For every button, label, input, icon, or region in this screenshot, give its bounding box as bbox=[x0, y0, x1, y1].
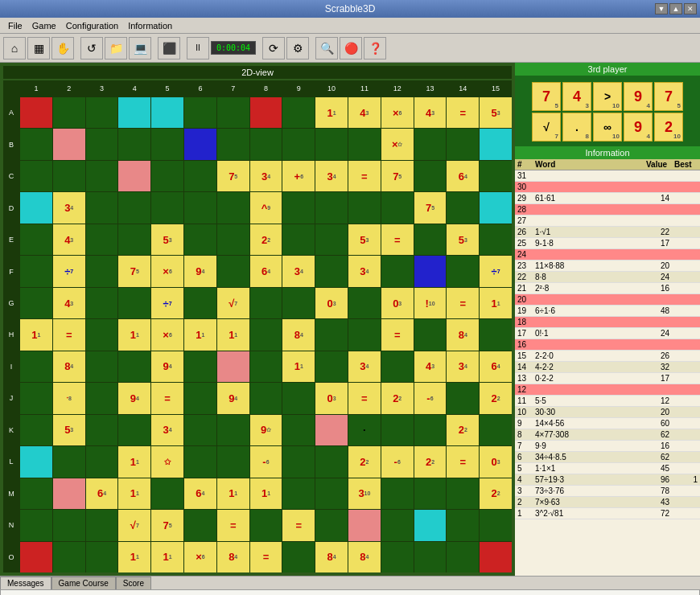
cell-N14[interactable] bbox=[447, 510, 479, 540]
cell-C13[interactable] bbox=[414, 161, 447, 191]
cell-A2[interactable] bbox=[53, 97, 85, 128]
cell-F12[interactable] bbox=[381, 256, 414, 286]
table-row[interactable]: 17 0!·1 24 bbox=[515, 328, 700, 339]
cell-C1[interactable] bbox=[20, 161, 52, 191]
player-tile-4[interactable]: 75 bbox=[654, 82, 683, 111]
cell-D3[interactable] bbox=[86, 192, 118, 223]
cell-K14[interactable]: 22 bbox=[447, 415, 479, 445]
table-row[interactable]: 16 bbox=[515, 339, 700, 351]
cell-H4[interactable]: 11 bbox=[118, 319, 150, 350]
cell-E3[interactable] bbox=[86, 224, 118, 255]
cell-B8[interactable] bbox=[250, 129, 282, 159]
cell-G6[interactable] bbox=[184, 288, 216, 318]
menu-file[interactable]: File bbox=[3, 19, 27, 32]
info-table[interactable]: # Word Value Best 31 30 29 61·61 14 28 bbox=[515, 159, 700, 576]
cell-E6[interactable] bbox=[184, 224, 216, 255]
cell-J15[interactable]: 22 bbox=[480, 383, 512, 413]
cell-B4[interactable] bbox=[118, 129, 150, 159]
cell-L3[interactable] bbox=[86, 446, 118, 477]
cell-M11[interactable]: 310 bbox=[348, 478, 381, 509]
cell-D14[interactable] bbox=[447, 192, 479, 223]
cell-C12[interactable]: 75 bbox=[381, 161, 414, 191]
cell-M1[interactable] bbox=[20, 478, 52, 509]
cell-B13[interactable] bbox=[414, 129, 447, 159]
cell-A3[interactable] bbox=[86, 97, 118, 128]
cell-D7[interactable] bbox=[217, 192, 249, 223]
table-row[interactable]: 1 3^2·√81 72 bbox=[515, 508, 700, 519]
cell-L1[interactable] bbox=[20, 446, 52, 477]
cell-C9[interactable]: +6 bbox=[282, 161, 315, 191]
table-row[interactable]: 20 bbox=[515, 294, 700, 306]
cell-B10[interactable] bbox=[315, 129, 348, 159]
cell-N12[interactable] bbox=[381, 510, 414, 540]
cell-M9[interactable] bbox=[282, 478, 315, 509]
cell-A10[interactable]: 11 bbox=[315, 97, 348, 128]
cell-K2[interactable]: 53 bbox=[53, 415, 85, 445]
cell-E8[interactable]: 22 bbox=[250, 224, 282, 255]
cell-N10[interactable] bbox=[315, 510, 348, 540]
computer-button[interactable]: 💻 bbox=[129, 37, 151, 60]
home-button[interactable]: ⌂ bbox=[3, 37, 26, 60]
cell-H5[interactable]: ×6 bbox=[151, 319, 183, 350]
table-row[interactable]: 22 8·8 24 bbox=[515, 272, 700, 283]
cell-H2[interactable]: = bbox=[53, 319, 85, 350]
cell-I3[interactable] bbox=[86, 351, 118, 382]
cell-M6[interactable]: 64 bbox=[184, 478, 216, 509]
tab-game-course[interactable]: Game Course bbox=[51, 577, 116, 589]
cell-J11[interactable]: = bbox=[348, 383, 381, 413]
cell-K4[interactable] bbox=[118, 415, 150, 445]
cell-I10[interactable] bbox=[315, 351, 348, 382]
table-row[interactable]: 11 5·5 12 bbox=[515, 396, 700, 407]
table-row[interactable]: 14 4-2·2 32 bbox=[515, 362, 700, 373]
cell-F14[interactable] bbox=[447, 256, 479, 286]
cell-K3[interactable] bbox=[86, 415, 118, 445]
cell-O3[interactable] bbox=[86, 542, 118, 572]
cell-D2[interactable]: 34 bbox=[53, 192, 85, 223]
cell-C2[interactable] bbox=[53, 161, 85, 191]
cell-L10[interactable] bbox=[315, 446, 348, 477]
cell-E9[interactable] bbox=[282, 224, 315, 255]
player-tile-0[interactable]: 75 bbox=[532, 82, 561, 111]
cell-I15[interactable]: 64 bbox=[480, 351, 512, 382]
cell-H10[interactable] bbox=[315, 319, 348, 350]
cell-M8[interactable]: 11 bbox=[250, 478, 282, 509]
cell-H9[interactable]: 84 bbox=[282, 319, 315, 350]
player-tile-8[interactable]: 94 bbox=[624, 113, 653, 142]
cell-L5[interactable]: ✩ bbox=[151, 446, 183, 477]
cell-O12[interactable] bbox=[381, 542, 414, 572]
cell-J3[interactable] bbox=[86, 383, 118, 413]
cell-F15[interactable]: ÷7 bbox=[480, 256, 512, 286]
cell-O10[interactable]: 84 bbox=[315, 542, 348, 572]
cell-G8[interactable] bbox=[250, 288, 282, 318]
pause-button[interactable]: II bbox=[187, 37, 209, 60]
cell-I11[interactable]: 34 bbox=[348, 351, 381, 382]
cell-J5[interactable]: = bbox=[151, 383, 183, 413]
settings-button[interactable]: ⚙ bbox=[286, 37, 309, 60]
cell-I14[interactable]: 34 bbox=[447, 351, 479, 382]
cell-E4[interactable] bbox=[118, 224, 150, 255]
cell-B15[interactable] bbox=[480, 129, 512, 159]
cell-I1[interactable] bbox=[20, 351, 52, 382]
cell-K15[interactable] bbox=[480, 415, 512, 445]
table-row[interactable]: 18 bbox=[515, 317, 700, 328]
cell-E15[interactable] bbox=[480, 224, 512, 255]
zoom-button[interactable]: 🔍 bbox=[315, 37, 338, 60]
cell-F1[interactable] bbox=[20, 256, 52, 286]
cell-K6[interactable] bbox=[184, 415, 216, 445]
cell-N7[interactable]: = bbox=[217, 510, 249, 540]
cell-A13[interactable]: 43 bbox=[414, 97, 447, 128]
cell-O7[interactable]: 84 bbox=[217, 542, 249, 572]
cell-F9[interactable]: 34 bbox=[282, 256, 315, 286]
cell-J2[interactable]: ·8 bbox=[53, 383, 85, 413]
table-row[interactable]: 2 7×9·63 43 bbox=[515, 497, 700, 508]
cell-M10[interactable] bbox=[315, 478, 348, 509]
cell-I7[interactable] bbox=[217, 351, 249, 382]
cell-L7[interactable] bbox=[217, 446, 249, 477]
cell-B12[interactable]: ×✩ bbox=[381, 129, 414, 159]
tab-messages[interactable]: Messages bbox=[0, 577, 51, 589]
cell-L9[interactable] bbox=[282, 446, 315, 477]
table-row[interactable]: 9 14×4·56 60 bbox=[515, 418, 700, 429]
cell-I13[interactable]: 43 bbox=[414, 351, 447, 382]
cell-E11[interactable]: 53 bbox=[348, 224, 381, 255]
cell-L11[interactable]: 22 bbox=[348, 446, 381, 477]
